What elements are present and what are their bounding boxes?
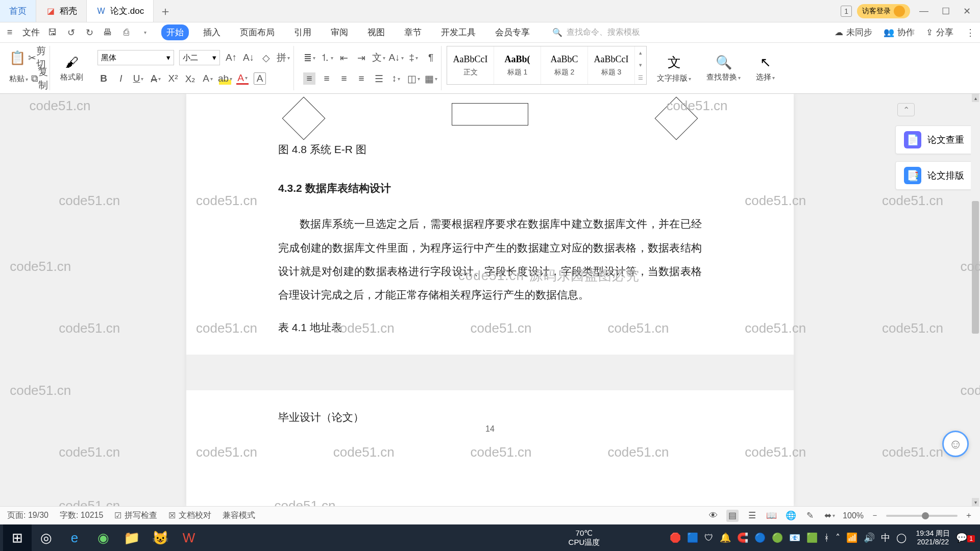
redo-icon[interactable]: ↻ <box>84 27 95 38</box>
align-distribute-icon[interactable]: ☰ <box>373 72 385 85</box>
zoom-slider[interactable] <box>886 515 958 517</box>
proofing-toggle[interactable]: ☒文档校对 <box>168 510 211 521</box>
close-button[interactable]: ✕ <box>959 6 975 17</box>
vertical-scrollbar[interactable]: ▴ ▾ <box>971 94 980 506</box>
cpu-temp-widget[interactable]: 70℃ CPU温度 <box>569 529 600 547</box>
clock[interactable]: 19:34 周日 2021/8/22 <box>916 529 950 546</box>
borders-icon[interactable]: ▦ <box>425 72 437 85</box>
zoom-thumb[interactable] <box>922 512 929 519</box>
preview-icon[interactable]: ⎙ <box>120 27 132 38</box>
app-icon-1[interactable]: 😺 <box>146 524 175 551</box>
tray-icon[interactable]: 🛡 <box>704 533 714 543</box>
undo-icon[interactable]: ↺ <box>65 27 77 38</box>
show-marks-icon[interactable]: ¶ <box>425 52 437 64</box>
phonetic-icon[interactable]: 拼 <box>277 52 289 64</box>
coop-button[interactable]: 👥协作 <box>884 27 915 38</box>
line-height-icon[interactable]: ↕ <box>390 72 402 85</box>
collapse-panel-button[interactable]: ⌃ <box>897 103 915 116</box>
tray-circle-icon[interactable]: ◯ <box>896 532 906 543</box>
tab-home[interactable]: 首页 <box>0 0 36 22</box>
page-view-icon[interactable]: ▤ <box>726 510 739 522</box>
ime-icon[interactable]: 中 <box>881 532 890 544</box>
tray-icon[interactable]: 🛑 <box>670 532 681 543</box>
decrease-indent-icon[interactable]: ⇤ <box>338 52 350 64</box>
tray-icon[interactable]: 🟩 <box>806 532 818 543</box>
save-icon[interactable]: 🖫 <box>47 27 58 38</box>
ie-icon[interactable]: e <box>60 524 89 551</box>
select-button[interactable]: ↖选择 <box>751 46 780 90</box>
subscript-icon[interactable]: X₂ <box>184 72 197 85</box>
increase-font-icon[interactable]: A↑ <box>225 52 237 64</box>
shading-icon[interactable]: ◫ <box>407 72 420 85</box>
start-button[interactable]: ⊞ <box>3 524 32 551</box>
style-h3[interactable]: AaBbCcI标题 3 <box>588 46 635 84</box>
browser-icon[interactable]: ◉ <box>89 524 117 551</box>
quick-access-more[interactable] <box>139 27 150 38</box>
hamburger-icon[interactable]: ≡ <box>4 27 15 38</box>
page-indicator[interactable]: 页面: 19/30 <box>7 510 48 521</box>
action-center-icon[interactable]: 💬1 <box>956 532 975 543</box>
window-count-badge[interactable]: 1 <box>841 6 852 17</box>
wps-icon[interactable]: W <box>175 524 203 551</box>
font-size-select[interactable]: 小二▾ <box>179 50 220 65</box>
outline-view-icon[interactable]: ☰ <box>746 510 758 522</box>
zoom-value[interactable]: 100% <box>843 511 864 520</box>
word-count[interactable]: 字数: 10215 <box>60 510 103 521</box>
tray-icon[interactable]: 🟦 <box>687 532 698 543</box>
sync-status[interactable]: ☁未同步 <box>835 27 872 38</box>
text-effects-icon[interactable]: A <box>202 72 214 85</box>
minimize-button[interactable]: — <box>915 6 933 16</box>
zoom-in-button[interactable]: ＋ <box>965 510 973 521</box>
underline-icon[interactable]: U <box>132 72 144 85</box>
text-layout-button[interactable]: 文文字排版 <box>652 46 696 90</box>
menu-start[interactable]: 开始 <box>161 24 189 40</box>
styles-scroll[interactable]: ▴▾☰ <box>635 46 646 84</box>
tray-icon[interactable]: 🔵 <box>754 532 766 543</box>
highlight-icon[interactable]: ab <box>219 72 231 85</box>
increase-indent-icon[interactable]: ⇥ <box>355 52 368 64</box>
web-view-icon[interactable]: 🌐 <box>785 510 797 522</box>
menu-chapter[interactable]: 章节 <box>399 24 427 40</box>
paste-button[interactable]: 📋 <box>9 50 26 66</box>
font-color-icon[interactable]: A <box>236 72 249 85</box>
new-tab-button[interactable]: ＋ <box>154 0 177 22</box>
italic-icon[interactable]: I <box>115 72 127 85</box>
copy-button[interactable]: ⧉ 复制 <box>33 72 45 85</box>
tab-document[interactable]: W论文.doc <box>87 0 154 22</box>
plagiarism-check-button[interactable]: 📄论文查重 <box>895 126 973 154</box>
share-button[interactable]: ⇪分享 <box>926 27 953 38</box>
zoom-out-button[interactable]: － <box>871 510 879 521</box>
font-name-select[interactable]: 黑体▾ <box>97 50 174 65</box>
tray-expand-icon[interactable]: ˄ <box>836 532 840 543</box>
style-h1[interactable]: AaBb(标题 1 <box>494 46 541 84</box>
numbering-icon[interactable]: ⒈ <box>321 52 333 64</box>
eye-protect-icon[interactable]: 👁 <box>707 510 719 522</box>
paper-layout-button[interactable]: 📑论文排版 <box>895 161 973 190</box>
tray-icon[interactable]: 🟢 <box>772 532 783 543</box>
tab-daoke[interactable]: ◪稻壳 <box>36 0 87 22</box>
menu-view[interactable]: 视图 <box>362 24 390 40</box>
scroll-thumb[interactable] <box>972 201 979 334</box>
decrease-font-icon[interactable]: A↓ <box>242 52 255 64</box>
line-spacing-icon[interactable]: ‡ <box>407 52 420 64</box>
assistant-floating-button[interactable]: ☺ <box>942 431 969 457</box>
print-icon[interactable]: 🖶 <box>102 27 113 38</box>
bullets-icon[interactable]: ≣ <box>303 52 315 64</box>
align-left-icon[interactable]: ≡ <box>303 72 315 85</box>
annotate-icon[interactable]: ✎ <box>804 510 816 522</box>
align-justify-icon[interactable]: ≡ <box>355 72 368 85</box>
task-view-button[interactable]: ◎ <box>32 524 60 551</box>
superscript-icon[interactable]: X² <box>167 72 179 85</box>
spell-check-toggle[interactable]: ☑拼写检查 <box>114 510 157 521</box>
char-border-icon[interactable]: A <box>254 72 266 85</box>
menu-devtools[interactable]: 开发工具 <box>436 24 481 40</box>
menu-review[interactable]: 审阅 <box>326 24 353 40</box>
format-painter-icon[interactable]: 🖌 <box>65 55 79 70</box>
menu-vip[interactable]: 会员专享 <box>490 24 535 40</box>
bluetooth-icon[interactable]: ᚼ <box>824 533 829 543</box>
find-replace-button[interactable]: 🔍查找替换 <box>701 46 746 90</box>
style-h2[interactable]: AaBbC标题 2 <box>541 46 588 84</box>
align-center-icon[interactable]: ≡ <box>321 72 333 85</box>
scroll-down-arrow[interactable]: ▾ <box>972 498 979 506</box>
styles-gallery[interactable]: AaBbCcI正文 AaBb(标题 1 AaBbC标题 2 AaBbCcI标题 … <box>447 46 647 85</box>
